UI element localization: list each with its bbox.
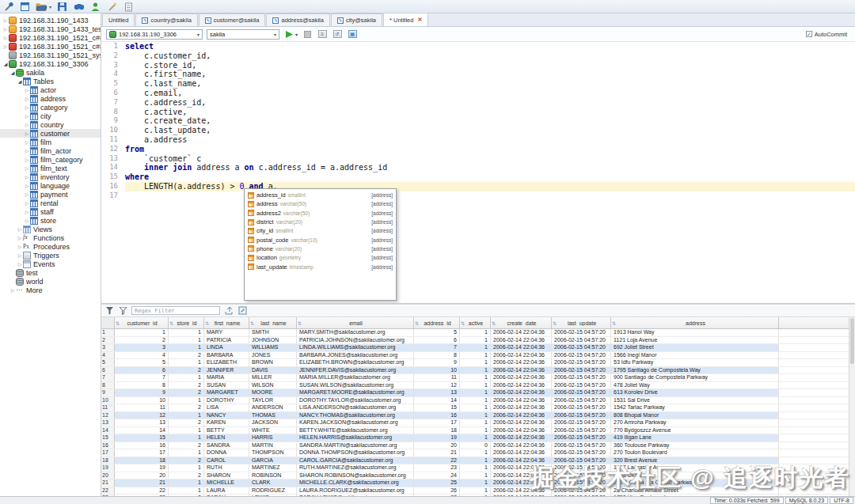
cell-active[interactable]: 1 [460,337,491,344]
cell-address[interactable]: 613 Korolev Drive [611,389,779,396]
cell-store_id[interactable]: 2 [169,442,204,449]
cell-customer_id[interactable]: 13 [115,419,169,426]
cell-store_id[interactable]: 1 [169,329,204,336]
cell-email[interactable]: LISA.ANDERSON@sakilacustomer.org [297,404,414,411]
cell-last_name[interactable]: MOORE [249,389,297,396]
cell-address[interactable]: 770 Bydgoszcz Avenue [611,427,779,434]
cell-create_date[interactable]: 2006-02-14 22:04:36 [491,359,552,366]
cell-address[interactable]: 270 Amroha Parkway [611,419,779,426]
cell-create_date[interactable]: 2006-02-14 22:04:36 [491,329,552,336]
tree-item-store[interactable]: ▷store [0,216,101,225]
save-icon[interactable] [56,2,68,12]
cell-first_name[interactable]: RUTH [204,464,249,472]
collapse-arrow-icon[interactable]: ◢ [10,70,16,75]
cell-last_name[interactable]: HARRIS [249,434,297,441]
column-header-store_id[interactable]: ⇅store_id [169,317,204,328]
cell-active[interactable]: 1 [460,427,491,434]
expand-arrow-icon[interactable]: ▷ [24,165,30,171]
tree-item-film[interactable]: ▷film [0,138,101,146]
collapse-arrow-icon[interactable]: ◢ [17,78,23,84]
tree-item-192-168-31-190-1521-c-test2[interactable]: ▷192.168.31.190_1521_c##test2 [0,42,101,51]
cell-active[interactable]: 1 [460,374,491,381]
tree-item-film-actor[interactable]: ▷film_actor [0,146,101,155]
cell-address_id[interactable]: 11 [414,374,460,381]
open-folder-caret-icon[interactable]: ▾ [49,4,51,9]
code-line[interactable]: 3 c.store_id, [101,61,855,70]
cell-email[interactable]: KAREN.JACKSON@sakilacustomer.org [297,419,414,426]
tree-item-actor[interactable]: ▷actor [0,85,101,94]
cell-customer_id[interactable]: 10 [115,397,169,404]
cell-first_name[interactable]: HELEN [204,434,249,441]
expand-arrow-icon[interactable]: ▷ [24,209,30,214]
close-icon[interactable]: ✕ [417,17,422,23]
cell-last_update[interactable]: 2006-02-15 04:57:20 [552,359,611,366]
cell-email[interactable]: ELIZABETH.BROWN@sakilacustomer.org [297,359,414,366]
tree-item-more[interactable]: ▷More [0,286,101,294]
cell-address_id[interactable]: 16 [414,412,460,419]
cell-address_id[interactable]: 27 [414,495,460,496]
cell-first_name[interactable]: NANCY [204,412,249,419]
cell-active[interactable]: 1 [460,449,491,457]
cell-create_date[interactable]: 2006-02-14 22:04:36 [491,404,552,411]
autocomplete-item-phone[interactable]: phonevarchar(20)[address] [246,244,396,253]
cell-last_update[interactable]: 2006-02-15 04:57:20 [552,449,611,457]
cell-store_id[interactable]: 1 [169,434,204,441]
cell-address_id[interactable]: 25 [414,479,460,487]
stop-button[interactable] [302,29,313,40]
expand-arrow-icon[interactable]: ▷ [24,218,30,223]
cell-address[interactable]: 1121 Loja Avenue [611,337,779,344]
cell-last_update[interactable]: 2006-02-15 04:57:20 [552,344,611,351]
cell-create_date[interactable]: 2006-02-14 22:04:36 [491,367,552,374]
cell-first_name[interactable]: ELIZABETH [204,359,249,366]
cell-active[interactable]: 1 [460,419,491,426]
expand-arrow-icon[interactable]: ▷ [24,191,30,197]
cell-address_id[interactable]: 21 [414,449,460,457]
cell-first_name[interactable]: JENNIFER [204,367,249,374]
code-line[interactable]: 11 a.address [101,135,855,145]
cell-first_name[interactable]: SANDRA [204,442,249,449]
cell-last_name[interactable]: SMITH [249,329,297,336]
cell-active[interactable]: 1 [460,359,491,366]
tree-item-customer[interactable]: ▷customer [0,129,101,138]
cell-address_id[interactable]: 20 [414,442,460,449]
cell-last_update[interactable]: 2006-02-15 04:57:20 [552,412,611,419]
cell-customer_id[interactable]: 3 [115,344,169,351]
cell-create_date[interactable]: 2006-02-14 22:04:36 [491,374,552,381]
export-icon[interactable] [224,306,234,315]
cell-address[interactable]: 1531 Sal Drive [611,397,779,404]
cell-customer_id[interactable]: 2 [115,337,169,344]
commit-button[interactable]: ↺ [332,29,343,40]
code-line-text[interactable]: LENGTH(a.address) > 0 and a. [125,182,855,191]
user-icon[interactable] [89,2,101,12]
autocomplete-item-city_id[interactable]: city_idsmallint[address] [246,226,396,235]
cell-create_date[interactable]: 2006-02-14 22:04:36 [491,337,552,344]
cell-create_date[interactable]: 2006-02-14 22:04:36 [491,442,552,449]
tree-item-views[interactable]: ▷Views [0,225,101,233]
tab-address-sakila[interactable]: ✎address@sakila [266,13,329,26]
cell-customer_id[interactable]: 15 [115,434,169,441]
column-header-last_name[interactable]: ⇅last_name [249,317,297,328]
cell-email[interactable]: NANCY.THOMAS@sakilacustomer.org [297,412,414,419]
connection-icon[interactable] [2,2,14,12]
cell-first_name[interactable]: SARAH [204,495,249,496]
cell-store_id[interactable]: 1 [169,344,204,351]
cell-last_name[interactable]: THOMPSON [249,449,297,457]
cell-address_id[interactable]: 17 [414,419,460,426]
column-header-last_update[interactable]: ⇅last_update [552,317,611,328]
code-line[interactable]: 5 c.last_name, [101,79,855,89]
cell-active[interactable]: 1 [460,397,491,404]
cell-create_date[interactable]: 2006-02-14 22:04:36 [491,344,552,351]
cell-create_date[interactable]: 2006-02-14 22:04:36 [491,427,552,434]
tree-item-rental[interactable]: ▷rental [0,199,101,207]
cell-create_date[interactable]: 2006-02-14 22:04:36 [491,352,552,359]
column-header-first_name[interactable]: ⇅first_name [204,317,249,328]
expand-arrow-icon[interactable]: ▷ [2,44,9,49]
expand-arrow-icon[interactable]: ▷ [24,113,30,119]
tab--untitled[interactable]: * Untitled✕ [383,13,428,26]
cell-create_date[interactable]: 2006-02-14 22:04:36 [491,389,552,396]
cell-email[interactable]: SARAH.LEWIS@sakilacustomer.org [297,495,414,496]
search-icon[interactable] [73,2,85,12]
cell-address_id[interactable]: 12 [414,382,460,389]
code-line-text[interactable]: c.address_id, [125,98,855,108]
column-header-email[interactable]: ⇅email [297,317,414,328]
